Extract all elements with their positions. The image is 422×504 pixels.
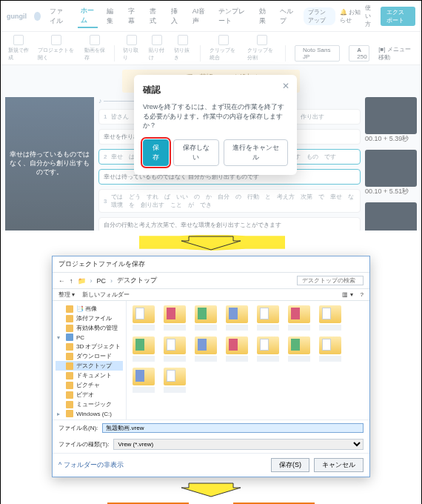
folder-item[interactable] xyxy=(131,305,156,331)
modal-title: 確認 xyxy=(143,84,288,96)
back-icon[interactable]: ← xyxy=(58,277,65,285)
tree-item[interactable]: ミュージック xyxy=(56,399,123,409)
folder-item[interactable] xyxy=(287,305,312,331)
organize-menu[interactable]: 整理 ▾ xyxy=(58,291,75,299)
filetype-select[interactable]: Vrew (*.vrew) xyxy=(113,439,364,450)
folder-item[interactable] xyxy=(318,336,343,362)
path-bar[interactable]: ← ↑ 📁 › PC › デスクトップ xyxy=(53,273,369,289)
folder-item[interactable] xyxy=(318,305,343,331)
tree-item[interactable]: ▸USBSTORAGE (¥¥EPSON… xyxy=(56,418,123,420)
svg-marker-2 xyxy=(181,483,241,497)
tree-item[interactable]: ダウンロード xyxy=(56,351,123,361)
dialog-toolbar: 整理 ▾ 新しいフォルダー ▥ ▾ ? xyxy=(53,289,369,301)
folder-item[interactable] xyxy=(193,305,218,331)
save-dialog: プロジェクトファイルを保存 ← ↑ 📁 › PC › デスクトップ 整理 ▾ 新… xyxy=(52,256,370,477)
tree-item[interactable]: デスクトップ xyxy=(56,361,123,371)
folder-icon: 📁 xyxy=(78,277,86,285)
folder-item[interactable] xyxy=(162,368,187,393)
folder-item[interactable] xyxy=(131,336,156,362)
tree-item[interactable]: ▾PC xyxy=(56,333,123,342)
tree-item[interactable]: 📑 画像 xyxy=(56,304,123,314)
tree-item[interactable]: ドキュメント xyxy=(56,371,123,380)
tree-item[interactable]: 3D オブジェクト xyxy=(56,342,123,351)
up-icon[interactable]: ↑ xyxy=(70,277,73,285)
search-input[interactable] xyxy=(297,276,364,285)
dialog-title: プロジェクトファイルを保存 xyxy=(53,256,369,273)
folder-item[interactable] xyxy=(255,305,281,331)
tree-item[interactable]: ピクチャ xyxy=(56,380,123,390)
nav-tree: 📑 画像 添付ファイル 有効体勢の管理▾PC 3D オブジェクト ダウンロード … xyxy=(53,301,127,420)
help-icon[interactable]: ? xyxy=(361,291,364,298)
folder-item[interactable] xyxy=(255,336,281,362)
folder-item[interactable] xyxy=(287,336,312,362)
tree-item[interactable]: 有効体勢の管理 xyxy=(56,323,123,333)
nosave-button[interactable]: 保存しない xyxy=(173,139,218,166)
folder-item[interactable] xyxy=(224,336,249,362)
filetype-label: ファイルの種類(T): xyxy=(58,440,109,448)
cancel-button[interactable]: 進行をキャンセル xyxy=(224,139,288,166)
folder-item[interactable] xyxy=(224,305,249,331)
filename-label: ファイル名(N): xyxy=(58,424,98,432)
filename-input[interactable] xyxy=(102,423,364,433)
save-button[interactable]: 保存 xyxy=(143,139,169,166)
tree-item[interactable]: 添付ファイル xyxy=(56,314,123,323)
tree-item[interactable]: ▸Windows (C:) xyxy=(56,409,123,418)
folder-item[interactable] xyxy=(131,368,156,393)
view-icon[interactable]: ▥ ▾ xyxy=(342,291,352,298)
confirm-modal: ✕ 確認 Vrewを終了するには、まず現在の作業を終了する必要があります。作業中… xyxy=(134,75,297,175)
close-icon[interactable]: ✕ xyxy=(282,81,289,91)
dialog-cancel-button[interactable]: キャンセル xyxy=(314,458,364,472)
file-grid[interactable] xyxy=(127,301,369,420)
flow-arrow-1 xyxy=(1,235,421,251)
hide-folders-link[interactable]: ^ フォルダーの非表示 xyxy=(58,460,124,470)
folder-item[interactable] xyxy=(162,305,187,331)
path-pc[interactable]: PC xyxy=(97,277,107,285)
tree-item[interactable]: ビデオ xyxy=(56,390,123,399)
folder-item[interactable] xyxy=(162,336,187,362)
folder-item[interactable] xyxy=(193,336,218,362)
path-desktop[interactable]: デスクトップ xyxy=(117,276,157,285)
newfolder-button[interactable]: 新しいフォルダー xyxy=(82,291,130,299)
vrew-app: gungil ファイル ホーム 編集 字幕 書式 挿入 AI音声 テンプレート … xyxy=(1,1,421,231)
dialog-save-button[interactable]: 保存(S) xyxy=(271,458,309,472)
flow-arrow-2 xyxy=(1,482,421,498)
modal-body: Vrewを終了するには、まず現在の作業を終了する必要があります。作業中の内容を保… xyxy=(143,102,288,130)
